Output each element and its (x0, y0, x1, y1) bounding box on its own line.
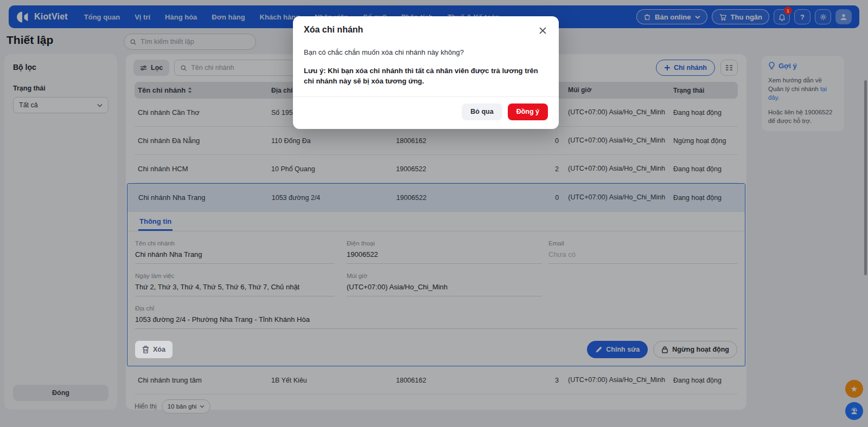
modal-question: Bạn có chắc chắn muốn xóa chi nhánh này … (304, 48, 548, 58)
delete-branch-button[interactable]: Xóa (135, 341, 173, 358)
confirm-button[interactable]: Đồng ý (508, 103, 548, 120)
delete-branch-modal: Xóa chi nhánh Bạn có chắc chắn muốn xóa … (293, 16, 559, 129)
delete-label: Xóa (153, 346, 165, 353)
modal-divider (293, 96, 559, 97)
trash-icon (142, 346, 149, 353)
modal-warning-note: Lưu ý: Khi bạn xóa chi nhánh thì tất cả … (304, 66, 549, 87)
cancel-button[interactable]: Bỏ qua (462, 103, 502, 120)
close-icon[interactable] (537, 25, 548, 36)
modal-title: Xóa chi nhánh (304, 25, 363, 35)
